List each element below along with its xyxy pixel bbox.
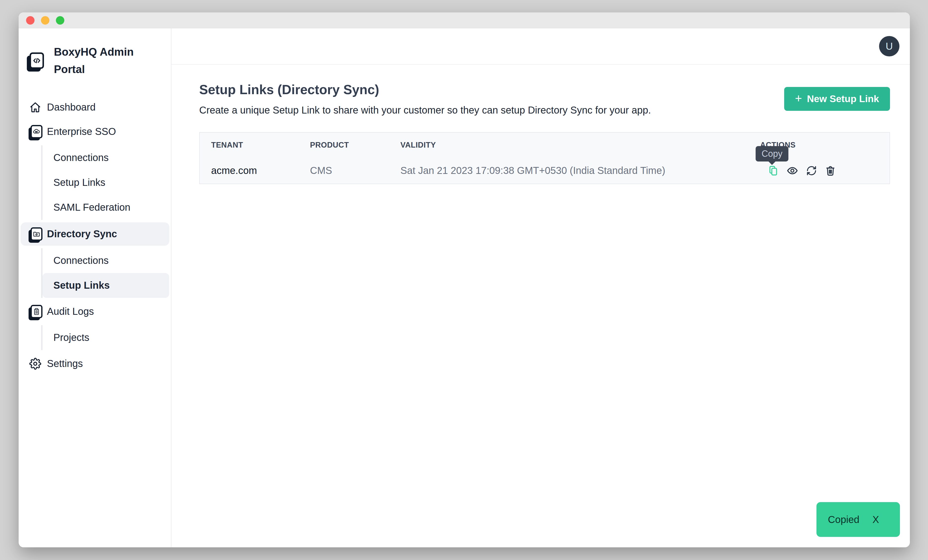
- sidebar-item-label: Setup Links: [53, 280, 110, 291]
- plus-icon: +: [795, 92, 802, 104]
- brand-logo-icon: [29, 52, 44, 69]
- tenant-cell: acme.com: [200, 157, 299, 184]
- sidebar-item-settings[interactable]: Settings: [18, 351, 171, 376]
- avatar[interactable]: U: [879, 36, 899, 56]
- copy-tooltip: Copy: [756, 146, 788, 162]
- copy-button[interactable]: [768, 165, 779, 176]
- audit-logs-icon: [27, 305, 44, 318]
- sidebar-item-label: Directory Sync: [47, 228, 117, 240]
- copied-toast: Copied X: [817, 502, 900, 537]
- close-window-button[interactable]: [26, 16, 35, 24]
- eye-icon: [786, 165, 798, 177]
- app-body: BoxyHQ Admin Portal Dashboard: [18, 28, 910, 547]
- sidebar-item-label: Settings: [47, 358, 83, 369]
- new-setup-link-button-label: New Setup Link: [807, 93, 879, 104]
- sidebar-item-saml-federation[interactable]: SAML Federation: [43, 195, 171, 220]
- copy-icon: [768, 165, 779, 176]
- refresh-icon: [806, 165, 817, 176]
- enterprise-sso-subnav: Connections Setup Links SAML Federation: [41, 145, 171, 220]
- brand-title: BoxyHQ Admin Portal: [54, 43, 134, 78]
- product-cell: CMS: [299, 157, 389, 184]
- sidebar-item-label: Setup Links: [53, 177, 105, 188]
- page-content: Setup Links (Directory Sync) Create a un…: [171, 65, 910, 547]
- main-area: U Setup Links (Directory Sync) Create a …: [171, 28, 910, 547]
- validity-cell: Sat Jan 21 2023 17:09:38 GMT+0530 (India…: [389, 157, 749, 184]
- audit-logs-subnav: Projects: [41, 325, 171, 350]
- sidebar-item-enterprise-sso[interactable]: Enterprise SSO: [18, 119, 171, 144]
- sidebar-item-dashboard[interactable]: Dashboard: [18, 95, 171, 119]
- sidebar-item-label: Dashboard: [47, 102, 96, 113]
- page-description: Create a unique Setup Link to share with…: [199, 105, 651, 116]
- sidebar-item-dsync-setup-links[interactable]: Setup Links: [43, 273, 169, 298]
- directory-sync-subnav: Connections Setup Links: [41, 248, 171, 298]
- new-setup-link-button[interactable]: + New Setup Link: [784, 87, 890, 111]
- sidebar-item-label: SAML Federation: [53, 202, 130, 213]
- maximize-window-button[interactable]: [56, 16, 64, 24]
- desktop-background: { "window": { "controls": { "close": "cl…: [0, 0, 928, 560]
- sidebar-item-label: Enterprise SSO: [47, 126, 116, 137]
- sidebar-nav: Dashboard Enterprise SSO: [18, 95, 171, 376]
- sidebar-item-label: Connections: [53, 152, 108, 163]
- toast-close-button[interactable]: X: [872, 514, 879, 525]
- directory-sync-icon: [27, 227, 44, 241]
- enterprise-sso-icon: [27, 125, 44, 138]
- home-icon: [27, 101, 44, 113]
- sidebar-item-label: Audit Logs: [47, 306, 94, 317]
- brand-title-line2: Portal: [54, 61, 134, 78]
- minimize-window-button[interactable]: [41, 16, 49, 24]
- app-window: BoxyHQ Admin Portal Dashboard: [18, 12, 910, 547]
- column-header-product: PRODUCT: [299, 133, 389, 157]
- toast-message: Copied: [828, 514, 859, 525]
- page-head: Setup Links (Directory Sync) Create a un…: [199, 82, 890, 116]
- trash-icon: [825, 165, 836, 176]
- sidebar-item-label: Connections: [53, 255, 108, 266]
- gear-icon: [27, 358, 44, 370]
- brand: BoxyHQ Admin Portal: [18, 43, 171, 78]
- regenerate-button[interactable]: [806, 165, 817, 176]
- setup-links-table: TENANT PRODUCT VALIDITY ACTIONS acme.com…: [199, 132, 890, 184]
- sidebar-item-dsync-connections[interactable]: Connections: [43, 248, 171, 273]
- sidebar-item-label: Projects: [53, 332, 89, 343]
- window-titlebar: [18, 12, 910, 28]
- sidebar-item-audit-logs[interactable]: Audit Logs: [18, 299, 171, 324]
- avatar-initial: U: [886, 41, 893, 52]
- page-head-text: Setup Links (Directory Sync) Create a un…: [199, 82, 651, 116]
- table-row: acme.com CMS Sat Jan 21 2023 17:09:38 GM…: [200, 157, 890, 184]
- view-button[interactable]: [786, 165, 798, 177]
- sidebar: BoxyHQ Admin Portal Dashboard: [18, 28, 171, 547]
- sidebar-item-projects[interactable]: Projects: [43, 325, 171, 350]
- delete-button[interactable]: [825, 165, 836, 176]
- column-header-tenant: TENANT: [200, 133, 299, 157]
- page-title: Setup Links (Directory Sync): [199, 82, 651, 97]
- actions-cell: Copy: [749, 157, 890, 184]
- brand-title-line1: BoxyHQ Admin: [54, 43, 134, 61]
- sidebar-item-sso-setup-links[interactable]: Setup Links: [43, 170, 171, 195]
- sidebar-item-sso-connections[interactable]: Connections: [43, 145, 171, 170]
- topbar: U: [171, 28, 910, 65]
- column-header-validity: VALIDITY: [389, 133, 749, 157]
- sidebar-item-directory-sync[interactable]: Directory Sync: [21, 222, 169, 246]
